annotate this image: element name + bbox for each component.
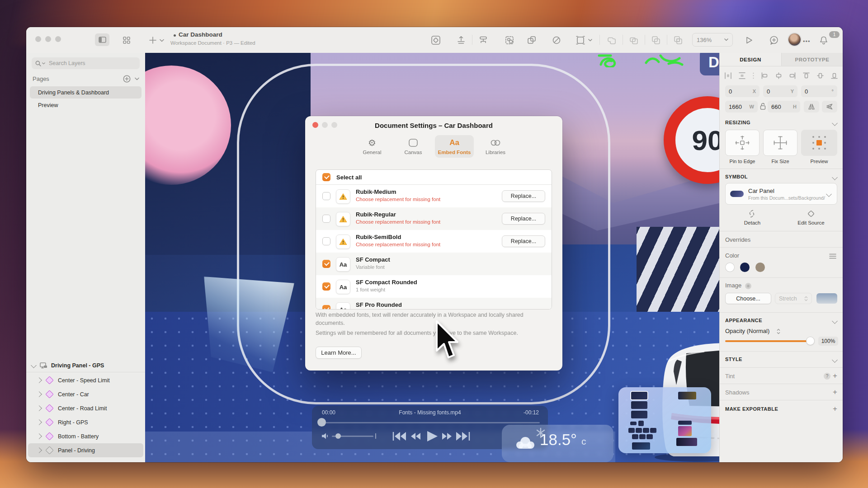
- align-center-horizontal-icon[interactable]: [775, 72, 783, 80]
- select-all-checkbox[interactable]: [322, 173, 330, 181]
- page-item-driving-panels[interactable]: Driving Panels & Dashboard: [30, 86, 142, 99]
- opacity-value-badge[interactable]: 100%: [818, 337, 838, 346]
- add-shadow-button[interactable]: +: [833, 388, 837, 397]
- tab-embed-fonts[interactable]: Aa Embed Fonts: [435, 135, 474, 158]
- flip-horizontal-button[interactable]: [804, 101, 819, 113]
- lock-aspect-icon[interactable]: [760, 103, 766, 110]
- edit-source-icon[interactable]: [807, 209, 816, 218]
- add-page-icon[interactable]: [123, 75, 131, 83]
- boolean-subtract-icon[interactable]: [627, 34, 640, 47]
- fix-size-option[interactable]: [763, 130, 797, 156]
- layer-item[interactable]: Bottom - Battery: [28, 429, 143, 443]
- search-layers-box[interactable]: [32, 57, 140, 69]
- edit-source-label[interactable]: Edit Source: [792, 220, 830, 225]
- color-swatch-navy[interactable]: [740, 263, 750, 272]
- font-checkbox[interactable]: [322, 305, 330, 310]
- learn-more-button[interactable]: Learn More...: [316, 347, 362, 359]
- color-swatch-white[interactable]: [725, 263, 735, 272]
- zoom-control[interactable]: 136%: [692, 33, 733, 47]
- layer-item-artboard[interactable]: Driving Panel - GPS: [28, 358, 143, 372]
- pin-to-edge-option[interactable]: [725, 130, 760, 156]
- expand-chevron-icon[interactable]: [36, 433, 42, 439]
- image-thumbnail[interactable]: [816, 293, 837, 304]
- window-minimize-button[interactable]: [45, 36, 51, 42]
- collaborators-overflow[interactable]: •••: [803, 38, 811, 45]
- align-left-icon[interactable]: [761, 72, 769, 80]
- align-right-icon[interactable]: [788, 72, 796, 80]
- font-row[interactable]: Rubik-SemiBold Choose replacement for mi…: [316, 230, 552, 253]
- preview-play-button[interactable]: [743, 34, 755, 47]
- font-checkbox[interactable]: [322, 260, 330, 268]
- color-list-icon[interactable]: [829, 253, 836, 259]
- image-fill-mode-select[interactable]: Stretch: [775, 293, 812, 304]
- window-zoom-button[interactable]: [55, 36, 61, 42]
- symbol-source-dropdown[interactable]: Car Panel From this Docum...sets/Backgro…: [725, 183, 837, 205]
- expand-chevron-icon[interactable]: [36, 447, 42, 453]
- no-style-icon[interactable]: [550, 34, 563, 47]
- video-scrubber-track[interactable]: [320, 422, 540, 423]
- export-icon[interactable]: [455, 34, 467, 47]
- ungroup-icon[interactable]: [525, 34, 538, 47]
- insert-menu-chevron[interactable]: [158, 34, 165, 47]
- resizing-collapse-chevron[interactable]: [832, 120, 838, 126]
- layer-item[interactable]: Center - Car: [28, 387, 143, 401]
- toggle-sidebar-button[interactable]: [95, 33, 109, 46]
- font-checkbox[interactable]: [322, 237, 330, 245]
- height-field[interactable]: 660H: [768, 101, 800, 113]
- search-input[interactable]: [48, 60, 127, 67]
- tint-help-badge[interactable]: ?: [824, 373, 830, 380]
- replace-font-button[interactable]: Replace...: [502, 213, 545, 225]
- user-avatar[interactable]: [788, 33, 801, 46]
- blend-mode-stepper-icon[interactable]: [777, 328, 780, 334]
- add-comment-button[interactable]: [768, 34, 780, 47]
- distribute-icon[interactable]: [477, 34, 490, 47]
- volume-slider-knob[interactable]: [335, 433, 341, 439]
- font-row[interactable]: Rubik-Regular Choose replacement for mis…: [316, 207, 552, 230]
- color-swatch-taupe[interactable]: [755, 263, 765, 272]
- choose-image-button[interactable]: Choose...: [725, 293, 771, 304]
- layer-item[interactable]: Center - Road Limit: [28, 401, 143, 415]
- expand-chevron-icon[interactable]: [36, 377, 42, 383]
- tab-canvas[interactable]: Canvas: [394, 135, 433, 158]
- boolean-difference-icon[interactable]: [672, 34, 684, 47]
- distribute-vertically-icon[interactable]: [738, 72, 746, 80]
- collapse-pages-chevron[interactable]: [135, 77, 139, 80]
- layer-item-selected[interactable]: Panel - Driving: [28, 443, 143, 457]
- align-top-icon[interactable]: [802, 72, 810, 80]
- replace-font-button[interactable]: Replace...: [502, 190, 545, 202]
- y-position-field[interactable]: 0Y: [763, 85, 797, 97]
- font-row[interactable]: Aa SF Compact Variable font: [316, 253, 552, 275]
- opacity-slider-knob[interactable]: [807, 337, 814, 345]
- add-export-button[interactable]: +: [833, 404, 837, 413]
- grid-view-button[interactable]: [120, 34, 133, 47]
- font-checkbox[interactable]: [322, 215, 330, 223]
- font-row[interactable]: Aa SF Compact Rounded 1 font weight: [316, 275, 552, 298]
- detach-label[interactable]: Detach: [733, 220, 771, 225]
- detach-icon[interactable]: [747, 209, 757, 218]
- expand-chevron-icon[interactable]: [36, 391, 42, 397]
- layer-item[interactable]: Right - GPS: [28, 415, 143, 429]
- x-position-field[interactable]: 0X: [725, 85, 760, 97]
- collapse-chevron-icon[interactable]: [31, 362, 37, 368]
- select-all-row[interactable]: Select all: [316, 170, 552, 185]
- layer-item[interactable]: Center - Speed Limit: [28, 373, 143, 387]
- opacity-slider-track[interactable]: [725, 340, 811, 342]
- align-bottom-icon[interactable]: [830, 72, 838, 80]
- distribute-horizontally-icon[interactable]: [724, 72, 732, 80]
- expand-chevron-icon[interactable]: [36, 405, 42, 411]
- style-collapse-chevron[interactable]: [832, 357, 838, 363]
- preview-option-selected[interactable]: [801, 130, 837, 156]
- expand-chevron-icon[interactable]: [36, 419, 42, 425]
- replace-font-button[interactable]: Replace...: [502, 235, 545, 247]
- font-row[interactable]: Rubik-Medium Choose replacement for miss…: [316, 185, 552, 207]
- tab-design[interactable]: DESIGN: [720, 53, 781, 66]
- insert-button[interactable]: [146, 34, 159, 47]
- width-field[interactable]: 1660W: [725, 101, 758, 113]
- volume-icon[interactable]: [322, 433, 329, 439]
- notifications-bell-icon[interactable]: [817, 34, 830, 47]
- video-scrubber-knob[interactable]: [317, 418, 326, 427]
- page-item-preview[interactable]: Preview: [30, 99, 142, 111]
- add-tint-button[interactable]: +: [833, 371, 837, 380]
- tab-libraries[interactable]: Libraries: [476, 135, 515, 158]
- tab-prototype[interactable]: PROTOTYPE: [781, 53, 843, 66]
